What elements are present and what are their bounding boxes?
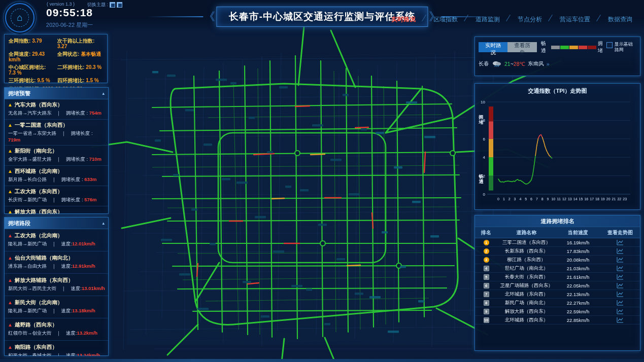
table-title: 道路拥堵排名 [475, 215, 640, 227]
trend-chart-icon[interactable] [617, 300, 624, 306]
warning-triangle-icon: ▲ [8, 149, 13, 154]
svg-text:10: 10 [551, 197, 555, 201]
rank-badge: 3 [484, 257, 489, 263]
trend-chart-icon[interactable] [617, 265, 624, 271]
stat-label: 全网状态: [57, 51, 79, 57]
trend-chart-icon[interactable] [617, 274, 624, 280]
table-row[interactable]: 8 新民广场（南向北） 22.27km/h [475, 299, 640, 307]
view-tab[interactable]: 查看历史 [507, 42, 536, 52]
nav-item[interactable]: 节点分析 [505, 15, 548, 24]
svg-text:21: 21 [612, 197, 616, 201]
warning-list-item[interactable]: ▲ 解放大路（西向东） 建设街→万宝街 ｜ 拥堵长度 : 459m [5, 206, 108, 214]
stat-item: 全网速度: 29.43 km/h [9, 51, 54, 62]
current-speed: 21.61km/h [556, 274, 600, 280]
congested-list-item[interactable]: ▲ 新民大街（北向南） 隆礼路→新民广场 ｜ 速度:13.18km/h [5, 296, 108, 318]
congested-list-item[interactable]: ▲ 仙台大街辅路（南向北） 浦东路→自由大路 ｜ 速度:12.91km/h [5, 251, 108, 274]
svg-text:15: 15 [579, 197, 583, 201]
table-row[interactable]: 5 长春大街（东向西） 21.61km/h [475, 273, 640, 281]
stat-item: 四环拥堵比: 1.5 % [57, 78, 103, 83]
app-logo[interactable]: ⌂ [5, 3, 35, 32]
panel-title: 拥堵路段 [8, 218, 30, 229]
road-name: 工农大路（东向西） [15, 188, 63, 195]
trend-chart-icon[interactable] [617, 317, 624, 323]
road-name: 北环城路（东向西） [497, 291, 556, 298]
theme-swatch-icon[interactable] [117, 2, 122, 8]
nav-item[interactable]: 数据查询 [596, 15, 638, 24]
table-row[interactable]: 7 北环城路（东向西） 22.13km/h [475, 290, 640, 299]
road-name: 工农大路（北向南） [15, 232, 63, 239]
temp-high: 28℃ [514, 61, 525, 67]
weather-more-link[interactable]: » [547, 61, 550, 67]
trend-chart-icon[interactable] [617, 308, 624, 314]
legend-swatches [551, 46, 596, 49]
stat-label: 四环拥堵比: [57, 78, 84, 83]
base-network-toggle: 显示基础路网 [606, 42, 636, 53]
table-row[interactable]: 9 解放大路（西向东） 22.59km/h [475, 307, 640, 316]
trend-chart-icon[interactable] [617, 239, 624, 245]
view-tabs: 实时路况 查看历史 [479, 42, 537, 52]
table-row[interactable]: 10 北环城路（西向东） 22.85km/h [475, 316, 640, 324]
warning-list-item[interactable]: ▲ 新阳街（南向北） 金宇大路→盛世大路 ｜ 拥堵长度 : 710m [5, 146, 108, 166]
table-row[interactable]: 2 长新东路（西向东） 17.83km/h [475, 247, 640, 256]
trend-chart-icon[interactable] [617, 291, 624, 297]
road-segment: 无名路→汽车大路东 ｜ 拥堵长度 : [8, 110, 89, 116]
rank-badge: 2 [484, 248, 489, 254]
tpi-trend-panel: 交通指数（TPI）走势图 0246810拥堵畅通0123456789101112… [474, 83, 640, 210]
col-rank: 排名 [475, 229, 497, 236]
rank-badge: 9 [484, 309, 489, 314]
table-row[interactable]: 6 卫星广场辅路（西向东） 22.05km/h [475, 281, 640, 290]
current-speed: 16.19km/h [556, 240, 600, 245]
svg-text:11: 11 [557, 197, 561, 201]
nav-item[interactable]: 区域指数 [421, 15, 463, 24]
road-condition-panel: 实时路况 查看历史 畅通 拥堵 显示基础路网 长春 [474, 37, 640, 76]
congested-list-item[interactable]: ▲ 工农大路（北向南） 隆礼路→新民广场 ｜ 速度:12.01km/h [5, 229, 108, 251]
congestion-length: 576m [84, 197, 96, 202]
warning-list-item[interactable]: ▲ 工农大路（东向西） 长庆街→新民广场 ｜ 拥堵长度 : 576m [5, 186, 108, 206]
road-name: 新阳街（南向北） [15, 148, 57, 155]
warning-list-item[interactable]: ▲ 一零二国道（东向西） 一零一省道→东荣大路 ｜ 拥堵长度 : 719m [5, 120, 108, 146]
warning-triangle-icon: ▲ [8, 123, 13, 128]
stat-label: 中心城区拥堵比: [9, 64, 46, 70]
warning-list-item[interactable]: ▲ 汽车大路（西向东） 无名路→汽车大路东 ｜ 拥堵长度 : 754m [5, 99, 108, 120]
svg-text:0: 0 [497, 197, 499, 201]
congested-list-item[interactable]: ▲ 南阳路（东向西） 和平大街→春城大街 ｜ 速度:13.24km/h [5, 341, 108, 356]
road-name: 南阳路（东向西） [15, 344, 57, 351]
svg-text:18: 18 [595, 197, 599, 201]
warning-triangle-icon: ▲ [8, 169, 13, 174]
stat-item: 全网状态: 基本畅通 [57, 51, 103, 62]
svg-text:20: 20 [606, 197, 611, 201]
stat-label: 次干路以上指数: [57, 38, 94, 44]
table-row[interactable]: 4 世纪广场（南向北） 21.03km/h [475, 264, 640, 273]
svg-text:4: 4 [483, 155, 486, 160]
trend-chart-icon[interactable] [617, 282, 624, 288]
svg-text:10: 10 [481, 100, 485, 104]
rank-badge: 5 [484, 274, 489, 280]
collapse-icon[interactable]: ▴ [102, 88, 105, 99]
trend-chart-icon[interactable] [617, 248, 624, 254]
chart-title: 交通指数（TPI）走势图 [475, 87, 640, 95]
rank-badge: 8 [484, 300, 489, 306]
table-row[interactable]: 1 三零二国道（东向西） 16.19km/h [475, 238, 640, 247]
svg-text:5: 5 [525, 197, 527, 201]
warning-list[interactable]: ▲ 汽车大路（西向东） 无名路→汽车大路东 ｜ 拥堵长度 : 754m ▲ 一零… [5, 99, 108, 214]
congested-list-item[interactable]: ▲ 解放大路辅路（东向西） 新民大街→西民主大街 ｜ 速度:13.01km/h [5, 274, 108, 296]
nav-item[interactable]: 道路监测 [463, 15, 505, 24]
congested-list-item[interactable]: ▲ 越野路（西向东） 红领巾街→创业大街 ｜ 速度:13.2km/h [5, 318, 108, 341]
table-row[interactable]: 3 柳江路（东向西） 20.08km/h [475, 256, 640, 264]
trend-chart-icon[interactable] [617, 257, 624, 263]
col-trend: 查看走势图 [600, 229, 640, 236]
svg-text:拥堵: 拥堵 [479, 115, 484, 125]
nav-item[interactable]: 实时路况 [379, 15, 421, 24]
svg-text:16: 16 [584, 197, 588, 201]
view-tab[interactable]: 实时路况 [479, 42, 507, 52]
nav-item[interactable]: 营运车位置 [548, 15, 596, 24]
panel-header: 拥堵路段 ▴ [5, 218, 108, 229]
rank-badge: 6 [484, 283, 489, 288]
congested-list[interactable]: ▲ 工农大路（北向南） 隆礼路→新民广场 ｜ 速度:12.01km/h ▲ 仙台… [5, 229, 108, 356]
warning-list-item[interactable]: ▲ 西环城路（北向南） 新月路→长白公路 ｜ 拥堵长度 : 633m [5, 166, 108, 186]
checkbox-icon[interactable] [606, 42, 613, 48]
collapse-icon[interactable]: ▴ [102, 218, 105, 229]
speed-value: 13.24km/h [77, 352, 100, 356]
legend-color-swatch [560, 46, 569, 49]
theme-swatch-icon[interactable] [110, 2, 115, 8]
